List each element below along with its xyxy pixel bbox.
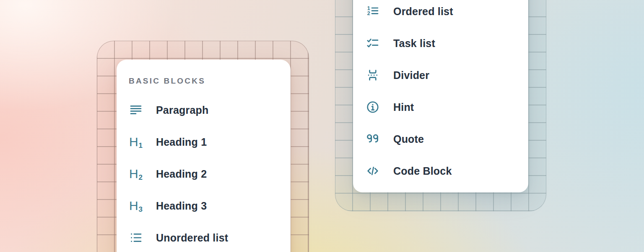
menu-item-code-block[interactable]: Code Block: [366, 155, 528, 187]
menu-item-ordered-list[interactable]: 1 2 Ordered list: [366, 0, 528, 27]
menu-item-label: Unordered list: [156, 232, 228, 244]
menu-item-paragraph[interactable]: Paragraph: [129, 94, 291, 126]
code-block-icon: [366, 164, 380, 178]
unordered-list-icon: [129, 231, 143, 245]
menu-item-label: Quote: [393, 133, 424, 145]
menu-item-label: Heading 2: [156, 168, 207, 180]
menu-item-divider[interactable]: Divider: [366, 59, 528, 91]
menu-item-label: Heading 1: [156, 136, 207, 148]
menu-item-label: Ordered list: [393, 5, 453, 18]
menu-item-heading-1[interactable]: H1 Heading 1: [129, 126, 291, 158]
blocks-menu: 1 2 Ordered list Task list: [366, 0, 528, 187]
hint-icon: [366, 100, 380, 114]
paragraph-icon: [129, 103, 143, 117]
menu-item-label: Code Block: [393, 165, 452, 177]
task-list-icon: [366, 36, 380, 50]
menu-item-label: Heading 3: [156, 200, 207, 212]
ordered-list-icon: 1 2: [366, 4, 380, 18]
heading-3-icon: H3: [129, 199, 143, 213]
basic-blocks-menu-card: BASIC BLOCKS Paragraph H1 Heading 1 H2: [117, 60, 291, 252]
section-label: BASIC BLOCKS: [129, 75, 291, 87]
heading-2-icon: H2: [129, 167, 143, 181]
heading-1-icon: H1: [129, 135, 143, 149]
menu-item-quote[interactable]: Quote: [366, 123, 528, 155]
menu-item-heading-3[interactable]: H3 Heading 3: [129, 190, 291, 222]
menu-item-task-list[interactable]: Task list: [366, 27, 528, 59]
menu-item-heading-2[interactable]: H2 Heading 2: [129, 158, 291, 190]
menu-item-hint[interactable]: Hint: [366, 91, 528, 123]
menu-item-label: Task list: [393, 37, 435, 50]
svg-text:2: 2: [367, 10, 370, 16]
menu-item-unordered-list[interactable]: Unordered list: [129, 222, 291, 252]
quote-icon: [366, 132, 380, 146]
blocks-menu-card-continued: 1 2 Ordered list Task list: [353, 0, 528, 192]
menu-item-label: Paragraph: [156, 104, 208, 116]
divider-icon: [366, 68, 380, 82]
menu-item-label: Divider: [393, 69, 429, 81]
menu-item-label: Hint: [393, 101, 414, 113]
basic-blocks-menu: Paragraph H1 Heading 1 H2 Heading 2 H3 H…: [129, 94, 291, 252]
